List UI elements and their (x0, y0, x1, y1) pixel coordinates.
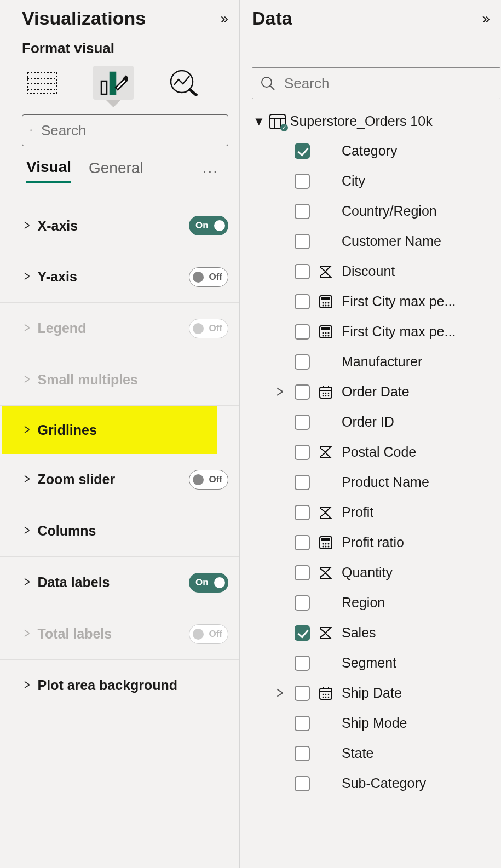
subtab-general[interactable]: General (89, 159, 143, 182)
field-row[interactable]: >First City max pe... (240, 317, 501, 347)
svg-rect-26 (321, 327, 330, 330)
field-row[interactable]: >Order ID (240, 407, 501, 437)
setting-label: Total labels (38, 626, 189, 642)
field-row[interactable]: >Profit (240, 497, 501, 527)
setting-label: Zoom slider (38, 472, 189, 487)
field-checkbox[interactable] (295, 625, 310, 641)
field-checkbox[interactable] (295, 475, 310, 490)
more-options-icon[interactable]: ··· (203, 162, 226, 180)
field-checkbox[interactable] (295, 716, 310, 731)
setting-row[interactable]: >LegendOff (0, 303, 239, 354)
field-checkbox[interactable] (295, 174, 310, 189)
field-checkbox[interactable] (295, 415, 310, 430)
field-checkbox[interactable] (295, 746, 310, 761)
collapse-viz-icon[interactable]: ›› (220, 10, 226, 27)
field-row[interactable]: >Order Date (240, 377, 501, 407)
field-checkbox[interactable] (295, 143, 310, 159)
field-checkbox[interactable] (295, 445, 310, 460)
data-search-input[interactable] (283, 74, 493, 93)
field-row[interactable]: >First City max pe... (240, 286, 501, 317)
field-checkbox[interactable] (295, 776, 310, 791)
svg-line-8 (189, 89, 197, 96)
field-row[interactable]: >Quantity (240, 557, 501, 588)
field-row[interactable]: >Customer Name (240, 226, 501, 256)
field-row[interactable]: >State (240, 738, 501, 768)
format-visual-tab[interactable] (93, 66, 134, 100)
setting-row[interactable]: >Total labelsOff (0, 608, 239, 660)
field-checkbox[interactable] (295, 686, 310, 701)
field-checkbox[interactable] (295, 565, 310, 580)
field-label: Discount (342, 263, 395, 279)
field-checkbox[interactable] (295, 656, 310, 671)
field-checkbox[interactable] (295, 294, 310, 309)
chevron-right-icon: > (24, 523, 30, 539)
field-row[interactable]: >Category (240, 136, 501, 166)
setting-row[interactable]: >Data labelsOn (0, 557, 239, 608)
field-row[interactable]: >Region (240, 588, 501, 618)
field-row[interactable]: >Segment (240, 648, 501, 678)
field-row[interactable]: >Ship Date (240, 678, 501, 708)
setting-row[interactable]: >Zoom sliderOff (0, 454, 239, 505)
field-row[interactable]: >Country/Region (240, 196, 501, 226)
field-checkbox[interactable] (295, 324, 310, 340)
svg-point-29 (328, 332, 330, 334)
setting-row[interactable]: >X-axisOn (0, 200, 239, 251)
toggle-switch[interactable]: Off (189, 267, 228, 287)
subtab-visual[interactable]: Visual (26, 158, 71, 183)
svg-rect-5 (110, 72, 116, 94)
field-row[interactable]: >Sales (240, 618, 501, 648)
chevron-right-icon: > (24, 320, 30, 336)
field-row[interactable]: >Sub-Category (240, 768, 501, 798)
field-checkbox[interactable] (295, 595, 310, 611)
setting-row[interactable]: >Gridlines (2, 406, 217, 454)
field-row[interactable]: >Ship Mode (240, 708, 501, 738)
svg-point-9 (30, 129, 32, 131)
setting-row[interactable]: >Plot area background (0, 660, 239, 711)
chevron-right-icon[interactable]: > (273, 382, 287, 401)
field-row[interactable]: >Discount (240, 256, 501, 286)
field-row[interactable]: >City (240, 166, 501, 196)
field-label: Profit ratio (342, 534, 404, 550)
data-header: Data ›› (240, 0, 501, 33)
toggle-switch[interactable]: On (189, 573, 228, 593)
field-checkbox[interactable] (295, 264, 310, 279)
analytics-tab[interactable] (164, 66, 205, 100)
toggle-switch[interactable]: On (189, 216, 228, 235)
chevron-down-icon: ▼ (253, 114, 265, 129)
field-label: State (342, 745, 373, 761)
svg-point-23 (325, 304, 327, 306)
viz-search-input[interactable] (40, 122, 220, 140)
chevron-right-icon[interactable]: > (273, 683, 287, 703)
collapse-data-icon[interactable]: ›› (482, 10, 488, 27)
format-subtabs: Visual General ··· (0, 157, 239, 183)
setting-row[interactable]: >Columns (0, 505, 239, 557)
field-row[interactable]: >Profit ratio (240, 527, 501, 557)
format-tab-icons (0, 61, 239, 100)
viz-search-box[interactable] (22, 114, 228, 146)
data-search-box[interactable] (252, 67, 500, 99)
fields-list: >Category>City>Country/Region>Customer N… (240, 136, 501, 798)
setting-row[interactable]: >Y-axisOff (0, 251, 239, 303)
viz-header: Visualizations ›› (0, 0, 239, 33)
build-visual-tab[interactable] (22, 66, 62, 100)
field-checkbox[interactable] (295, 505, 310, 520)
field-label: Ship Date (342, 685, 402, 701)
svg-rect-44 (321, 538, 330, 541)
svg-rect-4 (101, 81, 107, 94)
field-row[interactable]: >Manufacturer (240, 347, 501, 377)
svg-point-39 (328, 392, 330, 394)
field-row[interactable]: >Postal Code (240, 437, 501, 467)
setting-row[interactable]: >Small multiples (0, 354, 239, 406)
field-checkbox[interactable] (295, 384, 310, 400)
calendar-icon (318, 384, 334, 400)
toggle-switch[interactable]: Off (189, 470, 228, 490)
table-header-row[interactable]: ▼ ✓ Superstore_Orders 10k (240, 110, 501, 136)
field-checkbox[interactable] (295, 234, 310, 249)
field-checkbox[interactable] (295, 354, 310, 370)
field-checkbox[interactable] (295, 204, 310, 219)
field-label: Order ID (342, 414, 394, 430)
field-row[interactable]: >Product Name (240, 467, 501, 497)
svg-point-45 (323, 543, 324, 544)
svg-point-40 (323, 395, 324, 396)
field-checkbox[interactable] (295, 535, 310, 550)
